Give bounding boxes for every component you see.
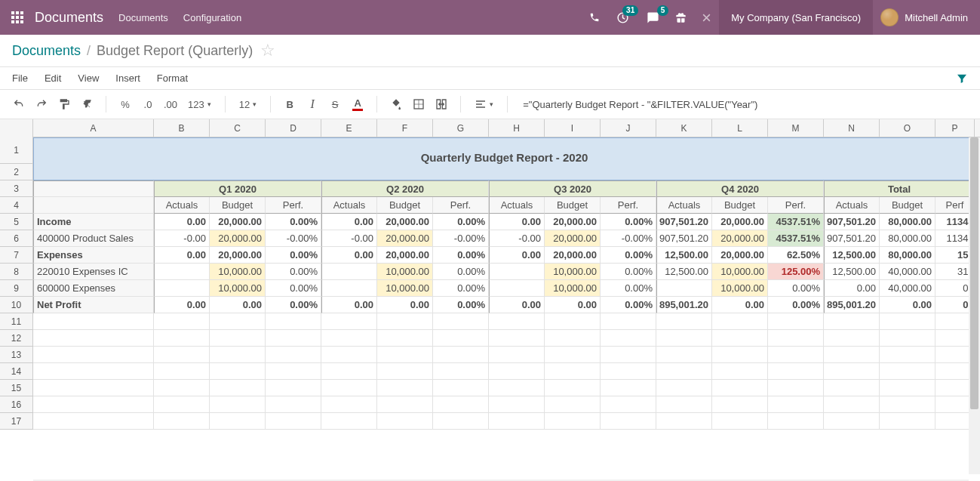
cell[interactable] [545, 313, 601, 330]
cell[interactable] [321, 363, 377, 380]
cell[interactable]: 0.00 [154, 297, 210, 313]
cell[interactable] [154, 264, 210, 280]
cell[interactable]: 0.00% [266, 264, 321, 280]
cell[interactable] [321, 380, 377, 396]
bold-button[interactable]: B [280, 94, 300, 115]
cell[interactable] [824, 363, 880, 380]
cell[interactable]: 12,500.00 [824, 264, 880, 280]
cell[interactable] [433, 413, 489, 430]
row-header[interactable]: 14 [0, 363, 33, 380]
fontsize-menu[interactable]: 12▾ [235, 94, 261, 115]
row-header[interactable]: 6 [0, 230, 33, 247]
cell[interactable] [489, 380, 545, 396]
cell[interactable] [824, 330, 880, 347]
cell[interactable]: 40,000.00 [880, 280, 935, 297]
cell[interactable] [33, 197, 154, 214]
cell[interactable] [266, 363, 321, 380]
textcolor-button[interactable]: A [348, 94, 367, 115]
cell[interactable] [321, 330, 377, 347]
cell[interactable]: Perf. [266, 197, 321, 214]
cell[interactable] [545, 330, 601, 347]
cell[interactable] [656, 363, 712, 380]
cell[interactable] [154, 413, 210, 430]
cell[interactable] [712, 347, 768, 363]
cell[interactable]: 0.00% [601, 297, 656, 313]
undo-button[interactable] [9, 94, 29, 115]
cell[interactable] [656, 380, 712, 396]
cell[interactable] [321, 280, 377, 297]
cell[interactable] [210, 380, 266, 396]
cell[interactable] [377, 313, 433, 330]
cell[interactable] [210, 330, 266, 347]
cell[interactable]: 12,500.00 [656, 247, 712, 264]
cell[interactable] [768, 313, 824, 330]
cell[interactable] [768, 347, 824, 363]
cell[interactable]: Q4 2020 [656, 180, 824, 197]
cell[interactable] [433, 330, 489, 347]
cell[interactable] [768, 380, 824, 396]
cell[interactable] [377, 413, 433, 430]
cell[interactable] [377, 363, 433, 380]
cell[interactable]: 907,501.20 [656, 214, 712, 230]
cell[interactable]: 0.00% [433, 264, 489, 280]
increase-decimal-button[interactable]: .00 [161, 94, 180, 115]
cell[interactable] [824, 313, 880, 330]
cell[interactable]: Perf. [768, 197, 824, 214]
company-selector[interactable]: My Company (San Francisco) [719, 0, 873, 35]
cell[interactable] [880, 413, 935, 430]
col-header[interactable]: I [545, 119, 601, 137]
fillcolor-button[interactable] [386, 94, 406, 115]
cell[interactable]: 20,000.00 [712, 247, 768, 264]
row-header[interactable]: 9 [0, 280, 33, 297]
cell[interactable] [489, 347, 545, 363]
vertical-scrollbar[interactable] [969, 137, 980, 474]
cell[interactable]: -0.00 [489, 230, 545, 247]
cell[interactable]: Perf. [433, 197, 489, 214]
messages-icon[interactable]: 5 [637, 0, 668, 35]
favorite-star-icon[interactable]: ☆ [260, 41, 275, 60]
row-header[interactable]: 12 [0, 330, 33, 347]
app-title[interactable]: Documents [35, 10, 118, 26]
cell[interactable] [433, 347, 489, 363]
menu-format[interactable]: Format [157, 72, 188, 84]
row-header[interactable]: 5 [0, 214, 33, 230]
cell[interactable] [712, 396, 768, 413]
cell[interactable] [712, 363, 768, 380]
cell[interactable] [880, 313, 935, 330]
cell[interactable] [266, 396, 321, 413]
cell[interactable]: 0.00% [433, 280, 489, 297]
select-all-corner[interactable] [0, 119, 33, 137]
col-header[interactable]: F [377, 119, 433, 137]
cell[interactable] [712, 413, 768, 430]
formula-bar[interactable] [517, 98, 971, 111]
cell[interactable]: 20,000.00 [377, 230, 433, 247]
cell[interactable]: 10,000.00 [377, 264, 433, 280]
cell[interactable]: Perf. [601, 197, 656, 214]
cell[interactable] [377, 396, 433, 413]
col-header[interactable]: L [712, 119, 768, 137]
cell[interactable]: Actuals [321, 197, 377, 214]
cell[interactable] [33, 413, 154, 430]
row-header[interactable]: 16 [0, 396, 33, 413]
cell[interactable] [545, 396, 601, 413]
cell[interactable]: 0.00 [321, 297, 377, 313]
decrease-decimal-button[interactable]: .0 [138, 94, 158, 115]
cell[interactable] [154, 280, 210, 297]
cell[interactable] [33, 396, 154, 413]
redo-button[interactable] [32, 94, 51, 115]
cell[interactable] [33, 330, 154, 347]
cell[interactable]: -0.00 [321, 230, 377, 247]
col-header[interactable]: D [266, 119, 321, 137]
cell[interactable] [656, 396, 712, 413]
cell[interactable] [545, 413, 601, 430]
row-header[interactable]: 1 [0, 137, 33, 164]
cell[interactable]: Budget [712, 197, 768, 214]
menu-file[interactable]: File [12, 72, 28, 84]
cell[interactable] [656, 330, 712, 347]
cell[interactable]: 0.00 [321, 214, 377, 230]
cell[interactable] [321, 264, 377, 280]
gift-icon[interactable] [668, 0, 693, 35]
cell[interactable]: 0.00 [824, 280, 880, 297]
cell[interactable]: Budget [210, 197, 266, 214]
cell[interactable] [266, 330, 321, 347]
